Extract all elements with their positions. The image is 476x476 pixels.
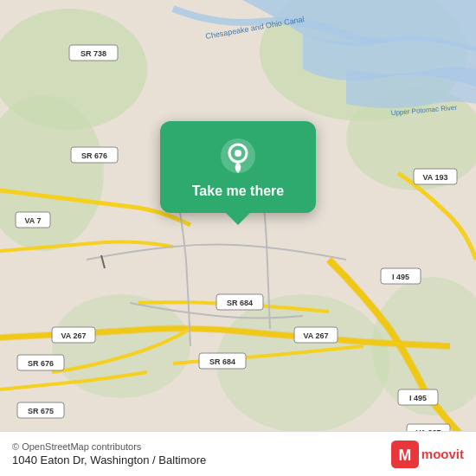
- address-text: 1040 Eaton Dr, Washington / Baltimore: [12, 453, 206, 466]
- popup-card[interactable]: Take me there: [160, 121, 316, 213]
- svg-text:SR 684: SR 684: [209, 357, 235, 366]
- bottom-bar: © OpenStreetMap contributors 1040 Eaton …: [0, 431, 476, 476]
- svg-text:I 495: I 495: [409, 394, 427, 402]
- svg-point-39: [235, 150, 241, 157]
- map-background: SR 738 SR 676 VA 7 VA 193 SR 684 SR 684 …: [0, 0, 476, 476]
- svg-text:I 495: I 495: [392, 273, 409, 281]
- svg-text:SR 676: SR 676: [81, 151, 107, 160]
- moovit-logo[interactable]: M moovit: [391, 441, 464, 468]
- popup-label: Take me there: [192, 183, 284, 199]
- location-pin-icon: [219, 137, 257, 175]
- moovit-label: moovit: [421, 447, 464, 461]
- svg-text:SR 684: SR 684: [227, 299, 253, 307]
- svg-text:VA 267: VA 267: [303, 331, 328, 340]
- copyright-text: © OpenStreetMap contributors: [12, 441, 206, 452]
- svg-text:SR 676: SR 676: [28, 359, 54, 368]
- svg-text:VA 193: VA 193: [422, 173, 447, 182]
- svg-text:M: M: [398, 447, 411, 464]
- svg-text:VA 7: VA 7: [24, 216, 41, 225]
- moovit-brand-icon: M: [391, 441, 419, 468]
- svg-text:SR 675: SR 675: [28, 407, 54, 415]
- map-container: SR 738 SR 676 VA 7 VA 193 SR 684 SR 684 …: [0, 0, 476, 476]
- svg-text:VA 267: VA 267: [61, 331, 86, 340]
- svg-text:SR 738: SR 738: [80, 49, 106, 58]
